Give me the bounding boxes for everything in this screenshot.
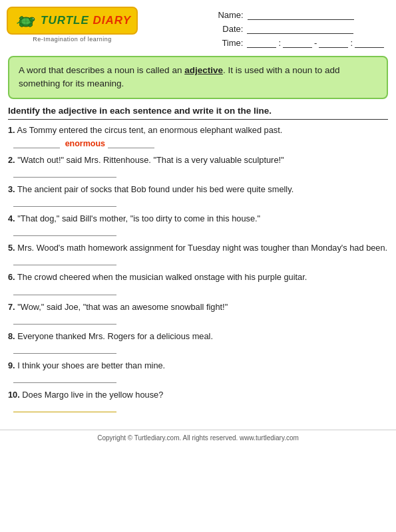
footer: Copyright © Turtlediary.com. All rights … <box>0 430 396 444</box>
logo-text: TURTLE DIARY <box>41 14 131 27</box>
header: TURTLE DIARY Re-Imagination of learning … <box>0 0 396 52</box>
question-5: 5. Mrs. Wood's math homework assignment … <box>8 241 388 265</box>
time-input-2[interactable] <box>283 37 312 48</box>
answer-line-9 <box>13 374 116 383</box>
answer-line-4 <box>13 227 116 236</box>
question-9-text: 9. I think your shoes are better than mi… <box>8 359 388 372</box>
question-9: 9. I think your shoes are better than mi… <box>8 359 388 383</box>
time-row: Time: : - : <box>218 37 384 48</box>
question-10-text: 10. Does Margo live in the yellow house? <box>8 388 388 401</box>
question-1: 1. As Tommy entered the circus tent, an … <box>8 124 388 148</box>
logo-box: TURTLE DIARY <box>7 7 138 35</box>
question-4: 4. "That dog," said Bill's mother, "is t… <box>8 212 388 236</box>
info-bold-word: adjective <box>184 65 223 75</box>
instructions: Identify the adjective in each sentence … <box>8 106 388 120</box>
date-input[interactable] <box>247 23 353 34</box>
question-8-text: 8. Everyone thanked Mrs. Rogers for a de… <box>8 330 388 342</box>
question-7-text: 7. "Wow," said Joe, "that was an awesome… <box>8 301 388 313</box>
answer-line-8 <box>13 344 116 354</box>
answer-line-2 <box>13 168 116 178</box>
time-fields: : - : <box>247 37 384 48</box>
answer-line-7 <box>13 315 116 325</box>
question-2-text: 2. "Watch out!" said Mrs. Rittenhouse. "… <box>8 154 388 166</box>
question-4-text: 4. "That dog," said Bill's mother, "is t… <box>8 212 388 225</box>
question-3-text: 3. The ancient pair of socks that Bob fo… <box>8 183 388 196</box>
answer-line-6 <box>13 286 116 295</box>
question-1-text: 1. As Tommy entered the circus tent, an … <box>8 124 388 136</box>
date-label: Date: <box>218 24 243 34</box>
question-6: 6. The crowd cheered when the musician w… <box>8 271 388 295</box>
name-input[interactable] <box>248 9 354 20</box>
answer-line-3 <box>13 198 116 207</box>
info-box: A word that describes a noun is called a… <box>8 56 388 99</box>
question-2: 2. "Watch out!" said Mrs. Rittenhouse. "… <box>8 154 388 178</box>
logo-tagline: Re-Imagination of learning <box>33 36 112 43</box>
question-3: 3. The ancient pair of socks that Bob fo… <box>8 183 388 207</box>
time-sep-3: : <box>350 38 353 48</box>
turtle-icon <box>13 11 39 31</box>
time-sep-2: - <box>314 38 317 48</box>
svg-point-6 <box>33 19 34 19</box>
time-input-1[interactable] <box>247 37 276 48</box>
answer-line-10 <box>13 403 116 412</box>
question-5-text: 5. Mrs. Wood's math homework assignment … <box>8 241 388 254</box>
name-row: Name: <box>218 9 384 20</box>
question-10: 10. Does Margo live in the yellow house? <box>8 388 388 412</box>
time-input-4[interactable] <box>355 37 384 48</box>
svg-point-4 <box>29 17 35 21</box>
answer-1-text: enormous <box>65 139 105 148</box>
time-label: Time: <box>218 38 243 48</box>
answer-line-5 <box>13 256 116 265</box>
header-fields: Name: Date: Time: : - : <box>218 7 384 48</box>
questions-section: 1. As Tommy entered the circus tent, an … <box>0 124 396 425</box>
name-label: Name: <box>218 10 243 20</box>
question-7: 7. "Wow," said Joe, "that was an awesome… <box>8 301 388 325</box>
question-6-text: 6. The crowd cheered when the musician w… <box>8 271 388 283</box>
logo-area: TURTLE DIARY Re-Imagination of learning <box>7 7 138 43</box>
date-row: Date: <box>218 23 384 34</box>
time-sep-1: : <box>278 38 281 48</box>
info-text-before: A word that describes a noun is called a… <box>19 65 184 75</box>
footer-text: Copyright © Turtlediary.com. All rights … <box>97 434 299 442</box>
time-input-3[interactable] <box>319 37 348 48</box>
question-8: 8. Everyone thanked Mrs. Rogers for a de… <box>8 330 388 354</box>
